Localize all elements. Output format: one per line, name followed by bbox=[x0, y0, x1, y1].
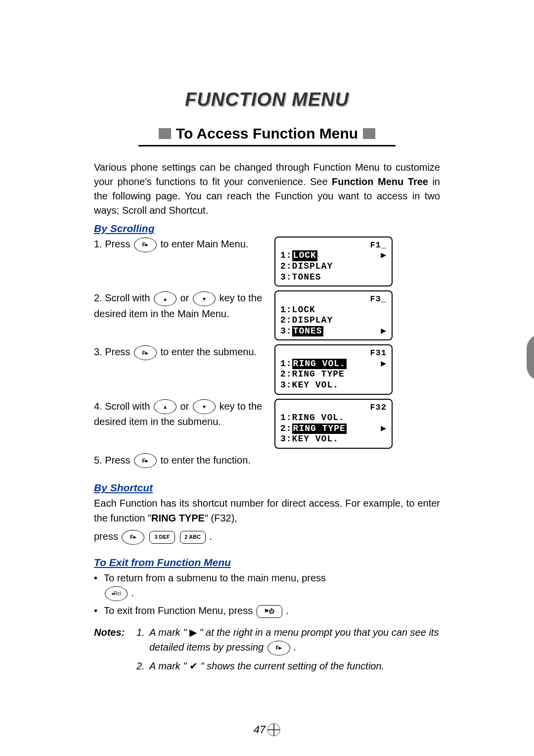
subtitle-bar: To Access Function Menu bbox=[94, 125, 440, 142]
step-4-text: 4. Scroll with ▴ or ▾ key to the desired… bbox=[94, 399, 274, 429]
decor-bar-left bbox=[159, 128, 171, 139]
exit-bullet-2: • To exit from Function Menu, press ⚑⏻ . bbox=[94, 603, 440, 618]
lcd1-l3: 3:TONES bbox=[280, 272, 387, 283]
key-rcl-icon: ◂Rcl bbox=[105, 586, 128, 601]
section-scrolling: By Scrolling bbox=[94, 223, 440, 235]
globe-icon bbox=[267, 723, 280, 736]
step5b: to enter the function. bbox=[160, 455, 250, 466]
check-mark-icon: ✔ bbox=[189, 661, 198, 671]
note1a: A mark " bbox=[149, 627, 189, 638]
intro-paragraph: Various phone settings can be changed th… bbox=[94, 160, 440, 218]
lcd1-l1p: 1: bbox=[280, 250, 292, 261]
step-1-text: 1. Press F▸ to enter Main Menu. bbox=[94, 236, 274, 252]
step2or: or bbox=[180, 292, 192, 303]
lcd-screen-4: F32 1:RING VOL. 2:RING TYPE▶ 3:KEY VOL. bbox=[274, 399, 393, 449]
key-down-icon: ▾ bbox=[193, 291, 216, 306]
bullet-dot: • bbox=[94, 570, 104, 601]
step4a: 4. Scroll with bbox=[94, 401, 153, 412]
bullet-dot: • bbox=[94, 603, 104, 618]
play-mark-icon: ▶ bbox=[189, 627, 197, 638]
exit2b: . bbox=[286, 605, 289, 616]
section-shortcut: By Shortcut bbox=[94, 482, 440, 494]
lcd2-header: F3_ bbox=[280, 294, 387, 304]
key-up-icon: ▴ bbox=[154, 291, 177, 306]
lcd3-l3: 3:KEY VOL. bbox=[280, 380, 387, 391]
lcd4-l3: 3:KEY VOL. bbox=[280, 434, 387, 445]
shortcut-press-line: press F▸ 3 DEF 2 ABC . bbox=[94, 528, 440, 545]
note1c: . bbox=[294, 642, 297, 653]
exit2a: To exit from Function Menu, press bbox=[104, 605, 256, 616]
lcd2-l2: 2:DISPLAY bbox=[280, 315, 387, 326]
lcd3-l1hl: RING VOL. bbox=[292, 359, 347, 370]
lcd2-l3hl: TONES bbox=[292, 326, 323, 337]
notes-label: Notes: bbox=[94, 625, 136, 676]
exit1a: To return from a submenu to the main men… bbox=[104, 572, 326, 583]
key-f-icon: F▸ bbox=[134, 453, 157, 468]
section-exit: To Exit from Function Menu bbox=[94, 557, 440, 568]
step1a: 1. Press bbox=[94, 238, 133, 249]
key-f-icon: F▸ bbox=[134, 237, 157, 252]
shortcut-b: " (F32), bbox=[205, 513, 237, 523]
lcd4-header: F32 bbox=[280, 403, 387, 413]
subtitle: To Access Function Menu bbox=[171, 125, 363, 142]
step4or: or bbox=[180, 401, 192, 412]
lcd-screen-2: F3_ 1:LOCK 2:DISPLAY 3:TONES▶ bbox=[274, 290, 393, 340]
note-1: 1. A mark " ▶ " at the right in a menu p… bbox=[136, 625, 440, 656]
lcd4-arrow: ▶ bbox=[381, 424, 387, 434]
lcd3-arrow: ▶ bbox=[381, 359, 387, 370]
intro-bold: Function Menu Tree bbox=[332, 176, 428, 187]
lcd3-header: F31 bbox=[280, 348, 387, 358]
shortcut-press: press bbox=[94, 531, 121, 542]
notes-block: Notes: 1. A mark " ▶ " at the right in a… bbox=[94, 625, 440, 676]
lcd2-l1: 1:LOCK bbox=[280, 305, 387, 316]
lcd1-header: F1_ bbox=[280, 240, 387, 250]
lcd1-arrow: ▶ bbox=[381, 250, 387, 261]
side-thumb-tab bbox=[527, 334, 534, 381]
shortcut-bold: RING TYPE bbox=[151, 513, 205, 523]
step-3-row: 3. Press F▸ to enter the submenu. F31 1:… bbox=[94, 344, 440, 394]
lcd1-l1hl: LOCK bbox=[292, 250, 317, 261]
lcd3-l1p: 1: bbox=[280, 359, 292, 370]
lcd2-arrow: ▶ bbox=[381, 326, 387, 337]
exit-bullet-1: • To return from a submenu to the main m… bbox=[94, 570, 440, 601]
lcd4-l2hl: RING TYPE bbox=[292, 424, 347, 434]
lcd-screen-3: F31 1:RING VOL.▶ 2:RING TYPE 3:KEY VOL. bbox=[274, 344, 393, 394]
decor-bar-right bbox=[363, 128, 375, 139]
lcd4-l1: 1:RING VOL. bbox=[280, 413, 387, 424]
note-2: 2. A mark " ✔ " shows the current settin… bbox=[136, 659, 440, 673]
lcd-screen-1: F1_ 1:LOCK▶ 2:DISPLAY 3:TONES bbox=[274, 236, 393, 286]
step5a: 5. Press bbox=[94, 455, 133, 466]
page-number-text: 47 bbox=[254, 723, 266, 736]
key-up-icon: ▴ bbox=[154, 399, 177, 414]
step-4-row: 4. Scroll with ▴ or ▾ key to the desired… bbox=[94, 399, 440, 449]
step-5-text: 5. Press F▸ to enter the function. bbox=[94, 453, 440, 469]
note2a: A mark " bbox=[149, 661, 189, 671]
note-2-num: 2. bbox=[136, 659, 149, 673]
key-f-icon: F▸ bbox=[122, 530, 144, 545]
step3b: to enter the submenu. bbox=[160, 346, 257, 357]
step-2-text: 2. Scroll with ▴ or ▾ key to the desired… bbox=[94, 290, 274, 321]
key-end-icon: ⚑⏻ bbox=[257, 605, 282, 618]
shortcut-body: Each Function has its shortcut number fo… bbox=[94, 496, 440, 525]
lcd1-l2: 2:DISPLAY bbox=[280, 261, 387, 272]
key-2-icon: 2 ABC bbox=[180, 531, 206, 544]
exit1b: . bbox=[132, 587, 134, 598]
step1b: to enter Main Menu. bbox=[160, 238, 248, 249]
note-1-num: 1. bbox=[136, 625, 149, 656]
key-f-icon: F▸ bbox=[267, 641, 290, 656]
page-number: 47 bbox=[254, 723, 280, 736]
subtitle-underline bbox=[138, 145, 396, 146]
note2b: " shows the current setting of the funct… bbox=[200, 661, 384, 671]
page-title: FUNCTION MENU bbox=[94, 89, 440, 110]
shortcut-a: Each Function has its shortcut number fo… bbox=[94, 498, 440, 523]
step-2-row: 2. Scroll with ▴ or ▾ key to the desired… bbox=[94, 290, 440, 340]
key-down-icon: ▾ bbox=[193, 399, 216, 414]
lcd4-l2p: 2: bbox=[280, 424, 292, 434]
lcd2-l3p: 3: bbox=[280, 326, 292, 337]
key-f-icon: F▸ bbox=[134, 345, 157, 360]
step-1-row: 1. Press F▸ to enter Main Menu. F1_ 1:LO… bbox=[94, 236, 440, 286]
step-3-text: 3. Press F▸ to enter the submenu. bbox=[94, 344, 274, 360]
step2a: 2. Scroll with bbox=[94, 292, 153, 303]
lcd3-l2: 2:RING TYPE bbox=[280, 369, 387, 380]
key-3-icon: 3 DEF bbox=[149, 531, 175, 544]
